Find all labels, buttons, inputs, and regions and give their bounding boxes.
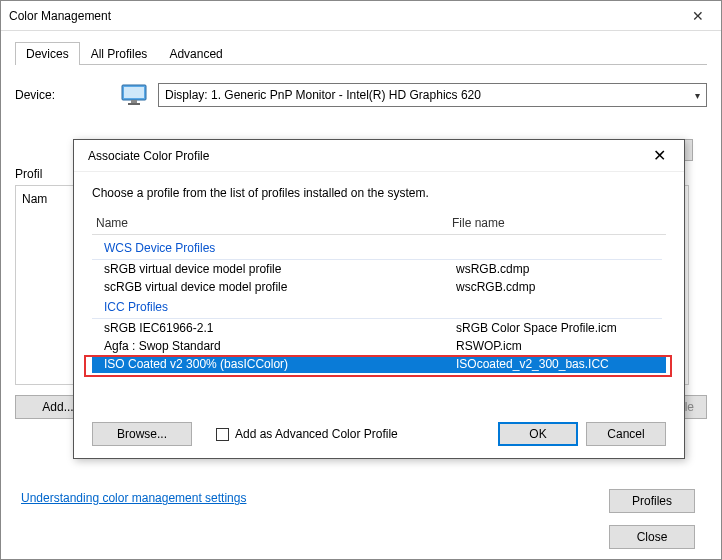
- list-item-file: ISOcoated_v2_300_bas.ICC: [456, 357, 666, 371]
- profile-list[interactable]: WCS Device Profiles sRGB virtual device …: [92, 237, 666, 377]
- checkbox-label: Add as Advanced Color Profile: [235, 427, 398, 441]
- list-item-name: scRGB virtual device model profile: [104, 280, 456, 294]
- list-item-name: sRGB virtual device model profile: [104, 262, 456, 276]
- tab-bar: Devices All Profiles Advanced: [15, 41, 707, 65]
- column-name[interactable]: Name: [92, 216, 452, 230]
- list-item-name: ISO Coated v2 300% (basICColor): [104, 357, 456, 371]
- list-item[interactable]: scRGB virtual device model profile wscRG…: [92, 278, 666, 296]
- understanding-link[interactable]: Understanding color management settings: [21, 491, 246, 505]
- list-item-file: RSWOP.icm: [456, 339, 666, 353]
- associate-color-profile-dialog: Associate Color Profile ✕ Choose a profi…: [73, 139, 685, 459]
- cancel-button[interactable]: Cancel: [586, 422, 666, 446]
- svg-rect-1: [124, 87, 144, 98]
- list-item-file: wsRGB.cdmp: [456, 262, 666, 276]
- window-close-button[interactable]: ✕: [675, 1, 721, 31]
- list-item[interactable]: sRGB IEC61966-2.1 sRGB Color Space Profi…: [92, 319, 666, 337]
- advanced-profile-checkbox[interactable]: Add as Advanced Color Profile: [216, 427, 398, 441]
- list-header-row: Name File name: [92, 214, 666, 232]
- tab-all-profiles[interactable]: All Profiles: [80, 42, 159, 65]
- divider: [92, 234, 666, 235]
- window-title: Color Management: [9, 9, 111, 23]
- list-item[interactable]: Agfa : Swop Standard RSWOP.icm: [92, 337, 666, 355]
- profiles-button[interactable]: Profiles: [609, 489, 695, 513]
- list-item-selected[interactable]: ISO Coated v2 300% (basICColor) ISOcoate…: [92, 355, 666, 373]
- dialog-body: Choose a profile from the list of profil…: [74, 172, 684, 458]
- checkbox-icon: [216, 428, 229, 441]
- dialog-footer: Browse... Add as Advanced Color Profile …: [92, 422, 666, 446]
- dialog-close-button[interactable]: ✕: [644, 146, 674, 165]
- chevron-down-icon: ▾: [695, 90, 700, 101]
- close-button[interactable]: Close: [609, 525, 695, 549]
- group-wcs[interactable]: WCS Device Profiles: [92, 237, 662, 260]
- list-item-file: sRGB Color Space Profile.icm: [456, 321, 666, 335]
- titlebar: Color Management ✕: [1, 1, 721, 31]
- device-dropdown[interactable]: Display: 1. Generic PnP Monitor - Intel(…: [158, 83, 707, 107]
- column-file[interactable]: File name: [452, 216, 666, 230]
- svg-rect-3: [128, 103, 140, 105]
- list-item[interactable]: sRGB virtual device model profile wsRGB.…: [92, 260, 666, 278]
- browse-button[interactable]: Browse...: [92, 422, 192, 446]
- group-icc[interactable]: ICC Profiles: [92, 296, 662, 319]
- svg-rect-2: [131, 100, 137, 103]
- list-item-name: Agfa : Swop Standard: [104, 339, 456, 353]
- device-dropdown-value: Display: 1. Generic PnP Monitor - Intel(…: [165, 88, 481, 102]
- device-row: Device: Display: 1. Generic PnP Monitor …: [15, 83, 707, 107]
- dialog-instruction: Choose a profile from the list of profil…: [92, 186, 666, 200]
- window-body: Devices All Profiles Advanced Device: Di…: [1, 31, 721, 559]
- ok-button[interactable]: OK: [498, 422, 578, 446]
- tab-devices[interactable]: Devices: [15, 42, 80, 65]
- tab-advanced[interactable]: Advanced: [158, 42, 233, 65]
- color-management-window: Color Management ✕ Devices All Profiles …: [0, 0, 722, 560]
- device-label: Device:: [15, 88, 110, 102]
- list-item-file: wscRGB.cdmp: [456, 280, 666, 294]
- dialog-title: Associate Color Profile: [88, 149, 209, 163]
- dialog-titlebar: Associate Color Profile ✕: [74, 140, 684, 172]
- monitor-icon: [120, 84, 148, 106]
- list-item-name: sRGB IEC61966-2.1: [104, 321, 456, 335]
